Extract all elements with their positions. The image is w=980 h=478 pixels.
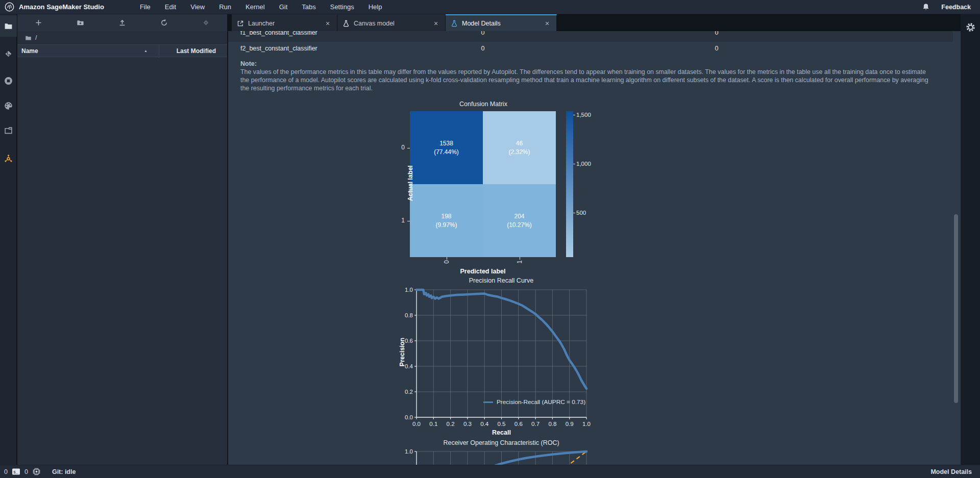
- column-divider: [159, 45, 159, 58]
- file-browser-toolbar: [17, 14, 227, 31]
- tab-label: Model Details: [462, 20, 501, 27]
- workspace: / Name ▲ Last Modified Launcher ×: [0, 14, 980, 465]
- breadcrumb-path: /: [35, 34, 37, 41]
- y-axis-label: Precision: [399, 329, 406, 375]
- menu-settings[interactable]: Settings: [323, 1, 361, 13]
- metric-name: f1_best_constant_classifier: [240, 31, 317, 36]
- status-context-label: Model Details: [930, 468, 972, 475]
- flask-icon: [451, 20, 458, 27]
- close-icon[interactable]: ×: [543, 19, 551, 28]
- svg-text:1.0: 1.0: [405, 448, 413, 455]
- right-sidebar: [961, 14, 980, 465]
- kernels-count[interactable]: 0: [20, 468, 32, 475]
- svg-text:0.7: 0.7: [531, 421, 540, 427]
- menu-help[interactable]: Help: [361, 1, 389, 13]
- folder-plus-icon: [77, 19, 84, 27]
- cpu-chip-icon[interactable]: [32, 468, 41, 475]
- menu-edit[interactable]: Edit: [158, 1, 183, 13]
- sagemaker-studio-window: Amazon SageMaker Studio File Edit View R…: [0, 0, 980, 478]
- notifications-bell-icon[interactable]: [922, 3, 930, 11]
- file-list-header: Name ▲ Last Modified: [17, 44, 227, 57]
- folder-icon: [4, 22, 13, 31]
- main-area: Launcher × Canvas model × Model Details …: [228, 14, 961, 465]
- y-axis-label: Actual label: [407, 155, 414, 211]
- svg-text:0.8: 0.8: [405, 312, 413, 318]
- confusion-matrix-cell: 1538(77.44%): [410, 111, 483, 184]
- legend-line-marker: [483, 401, 493, 403]
- menu-file[interactable]: File: [133, 1, 158, 13]
- upload-button[interactable]: [115, 17, 129, 29]
- tab-canvas-model[interactable]: Canvas model ×: [337, 14, 446, 31]
- launcher-icon: [237, 20, 244, 27]
- chart-title: Confusion Matrix: [386, 100, 580, 108]
- breadcrumb[interactable]: /: [17, 31, 227, 44]
- x-tick-label: 1: [516, 260, 523, 264]
- column-header-last-modified[interactable]: Last Modified: [177, 47, 216, 55]
- colorbar-tick-label: 1,500: [576, 112, 591, 118]
- sidebar-item-open-tabs[interactable]: [0, 119, 17, 141]
- sidebar-item-sagemaker-resources[interactable]: [0, 147, 17, 169]
- svg-text:$_: $_: [13, 470, 18, 474]
- sidebar-item-file-browser[interactable]: [0, 15, 17, 37]
- colorbar-tick-label: 1,000: [576, 161, 591, 167]
- open-tabs-icon: [4, 126, 13, 135]
- sidebar-item-git[interactable]: [0, 43, 17, 64]
- menu-view[interactable]: View: [183, 1, 212, 13]
- svg-text:0.6: 0.6: [405, 338, 413, 344]
- svg-text:0.2: 0.2: [447, 421, 455, 427]
- close-icon[interactable]: ×: [324, 19, 332, 28]
- refresh-button[interactable]: [158, 17, 171, 29]
- note-text: The values of the performance metrics in…: [240, 68, 932, 92]
- svg-text:0.2: 0.2: [405, 389, 413, 395]
- running-terminals-icon: [4, 77, 13, 85]
- menu-tabs[interactable]: Tabs: [295, 1, 323, 13]
- metric-name: f2_best_constant_classifier: [240, 45, 317, 52]
- svg-text:1.0: 1.0: [405, 287, 413, 293]
- tab-launcher[interactable]: Launcher ×: [232, 14, 337, 31]
- commands-palette-icon: [4, 102, 13, 110]
- svg-text:0.8: 0.8: [548, 421, 556, 427]
- feedback-link[interactable]: Feedback: [941, 4, 971, 11]
- menu-kernel[interactable]: Kernel: [238, 1, 272, 13]
- close-icon[interactable]: ×: [432, 19, 440, 28]
- legend: Precision-Recall (AUPRC = 0.73): [483, 398, 585, 406]
- activity-bar: [0, 14, 17, 465]
- new-folder-button[interactable]: [74, 17, 87, 29]
- file-browser-panel: / Name ▲ Last Modified: [17, 14, 228, 465]
- tab-label: Canvas model: [354, 20, 395, 27]
- vertical-scrollbar[interactable]: [953, 31, 959, 465]
- terminals-count[interactable]: 0: [0, 468, 12, 475]
- sidebar-item-commands[interactable]: [0, 95, 17, 116]
- git-clone-button[interactable]: [200, 17, 213, 29]
- metric-value: 0: [715, 31, 719, 36]
- sagemaker-resources-icon: [4, 154, 13, 163]
- column-header-name[interactable]: Name: [17, 47, 38, 55]
- tab-model-details[interactable]: Model Details ×: [446, 14, 557, 31]
- sagemaker-logo-icon: [5, 2, 14, 12]
- sort-ascending-icon[interactable]: ▲: [144, 49, 148, 53]
- gear-icon[interactable]: [966, 22, 975, 32]
- chart-title: Receiver Operating Characteristic (ROC): [391, 439, 611, 446]
- upload-icon: [118, 19, 126, 27]
- menu-git[interactable]: Git: [272, 1, 295, 13]
- sidebar-item-running-terminals[interactable]: [0, 70, 17, 91]
- plus-icon: [35, 19, 42, 27]
- svg-text:0.0: 0.0: [405, 414, 413, 420]
- metric-value: 0: [481, 45, 485, 52]
- git-status[interactable]: Git: idle: [52, 468, 76, 475]
- metric-value: 0: [481, 31, 485, 36]
- table-row[interactable]: f2_best_constant_classifier 0 0: [228, 42, 953, 56]
- note-label: Note:: [240, 60, 257, 67]
- new-launcher-button[interactable]: [32, 17, 45, 29]
- menu-run[interactable]: Run: [212, 1, 238, 13]
- app-title: Amazon SageMaker Studio: [19, 3, 104, 11]
- flask-icon: [342, 20, 350, 27]
- scrollbar-thumb[interactable]: [954, 214, 958, 403]
- y-tick-label: 1: [390, 217, 405, 224]
- table-row[interactable]: f1_best_constant_classifier 0 0: [228, 31, 953, 42]
- svg-text:0.4: 0.4: [480, 421, 489, 427]
- svg-text:0.4: 0.4: [405, 363, 413, 369]
- terminal-icon[interactable]: $_: [12, 468, 20, 475]
- svg-text:0.9: 0.9: [566, 421, 574, 427]
- x-tick-label: 0: [443, 260, 450, 264]
